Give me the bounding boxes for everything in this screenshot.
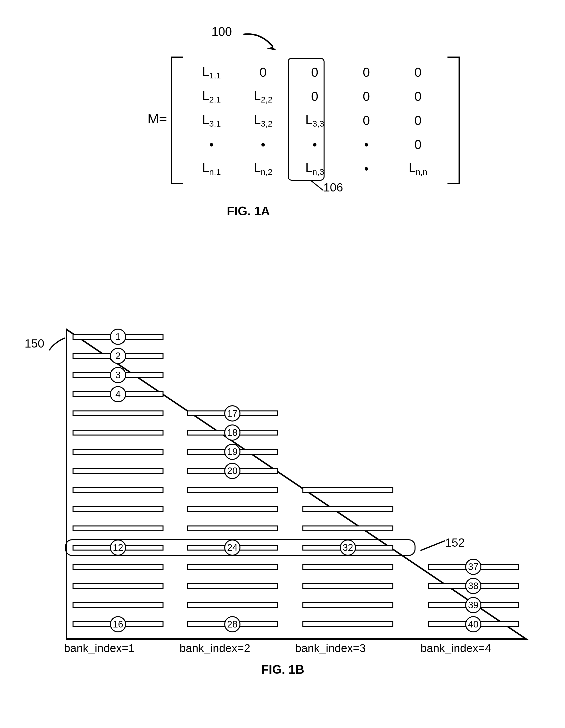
left-bracket bbox=[171, 57, 183, 184]
svg-line-1 bbox=[311, 181, 323, 190]
ref-106: 106 bbox=[323, 181, 343, 194]
data-bar bbox=[72, 564, 163, 570]
index-bubble: 24 bbox=[224, 539, 240, 556]
arrow-100 bbox=[241, 29, 285, 57]
index-bubble: 37 bbox=[465, 559, 481, 575]
ref-152-leader bbox=[421, 538, 448, 553]
data-bar bbox=[72, 487, 163, 493]
data-bar bbox=[187, 583, 278, 589]
matrix-cell: 0 bbox=[341, 108, 392, 132]
svg-marker-0 bbox=[267, 43, 276, 50]
matrix-cell: • bbox=[186, 132, 237, 157]
index-bubble: 40 bbox=[465, 616, 481, 632]
matrix-equals: M= bbox=[147, 111, 167, 127]
bank-label-4: bank_index=4 bbox=[421, 641, 491, 655]
index-bubble: 16 bbox=[110, 616, 126, 632]
matrix-cell: 0 bbox=[392, 108, 444, 132]
fig1b-caption: FIG. 1B bbox=[34, 662, 531, 677]
ref-150: 150 bbox=[25, 337, 44, 350]
index-bubble: 20 bbox=[224, 463, 240, 479]
matrix-cell: L3,2 bbox=[237, 108, 289, 132]
matrix-cell: L2,1 bbox=[186, 84, 237, 108]
data-bar bbox=[72, 410, 163, 416]
matrix-cell: 0 bbox=[341, 60, 392, 84]
data-bar bbox=[303, 487, 393, 493]
data-bar bbox=[72, 525, 163, 531]
index-bubble: 18 bbox=[224, 424, 240, 441]
matrix-cell: 0 bbox=[341, 84, 392, 108]
matrix-cell: L3,1 bbox=[186, 108, 237, 132]
data-bar bbox=[303, 506, 393, 512]
data-bar bbox=[187, 487, 278, 493]
ref-100: 100 bbox=[211, 25, 232, 39]
matrix-cell: Ln,2 bbox=[237, 157, 289, 181]
bank-label-3: bank_index=3 bbox=[295, 641, 366, 655]
index-bubble: 1 bbox=[110, 329, 126, 345]
index-bubble: 39 bbox=[465, 597, 481, 613]
data-bar bbox=[187, 602, 278, 608]
data-bar bbox=[72, 468, 163, 474]
matrix-cell: L2,2 bbox=[237, 84, 289, 108]
column-3-highlight bbox=[288, 58, 325, 181]
svg-line-3 bbox=[421, 541, 445, 551]
fig1a-caption: FIG. 1A bbox=[88, 204, 408, 218]
data-bar bbox=[303, 621, 393, 627]
matrix-cell: • bbox=[341, 157, 392, 181]
matrix-M: M= L1,10000L2,1L2,2000L3,1L3,2L3,300••••… bbox=[147, 57, 467, 184]
index-bubble: 19 bbox=[224, 444, 240, 460]
index-bubble: 38 bbox=[465, 578, 481, 594]
bank-label-1: bank_index=1 bbox=[64, 641, 135, 655]
data-bar bbox=[303, 564, 393, 570]
data-bar bbox=[72, 602, 163, 608]
data-bar bbox=[187, 564, 278, 570]
data-bar bbox=[72, 506, 163, 512]
right-bracket bbox=[448, 57, 460, 184]
index-bubble: 3 bbox=[110, 367, 126, 383]
index-bubble: 12 bbox=[110, 539, 126, 556]
index-bubble: 2 bbox=[110, 348, 126, 364]
ref-152: 152 bbox=[445, 536, 465, 549]
matrix-cell: Ln,1 bbox=[186, 157, 237, 181]
matrix-cell: Ln,n bbox=[392, 157, 444, 181]
matrix-cell: L1,1 bbox=[186, 60, 237, 84]
bank-label-2: bank_index=2 bbox=[179, 641, 250, 655]
matrix-cell: • bbox=[237, 132, 289, 157]
data-bar bbox=[72, 449, 163, 455]
data-bar bbox=[187, 525, 278, 531]
data-bar bbox=[187, 506, 278, 512]
matrix-cell: 0 bbox=[392, 132, 444, 157]
data-bar bbox=[303, 583, 393, 589]
data-bar bbox=[72, 430, 163, 436]
index-bubble: 28 bbox=[224, 616, 240, 632]
matrix-cell: 0 bbox=[237, 60, 289, 84]
matrix-cell: 0 bbox=[392, 60, 444, 84]
index-bubble: 4 bbox=[110, 386, 126, 402]
index-bubble: 17 bbox=[224, 405, 240, 422]
data-bar bbox=[303, 602, 393, 608]
index-bubble: 32 bbox=[340, 539, 356, 556]
data-bar bbox=[303, 525, 393, 531]
data-bar bbox=[72, 583, 163, 589]
matrix-cell: • bbox=[341, 132, 392, 157]
matrix-cell: 0 bbox=[392, 84, 444, 108]
